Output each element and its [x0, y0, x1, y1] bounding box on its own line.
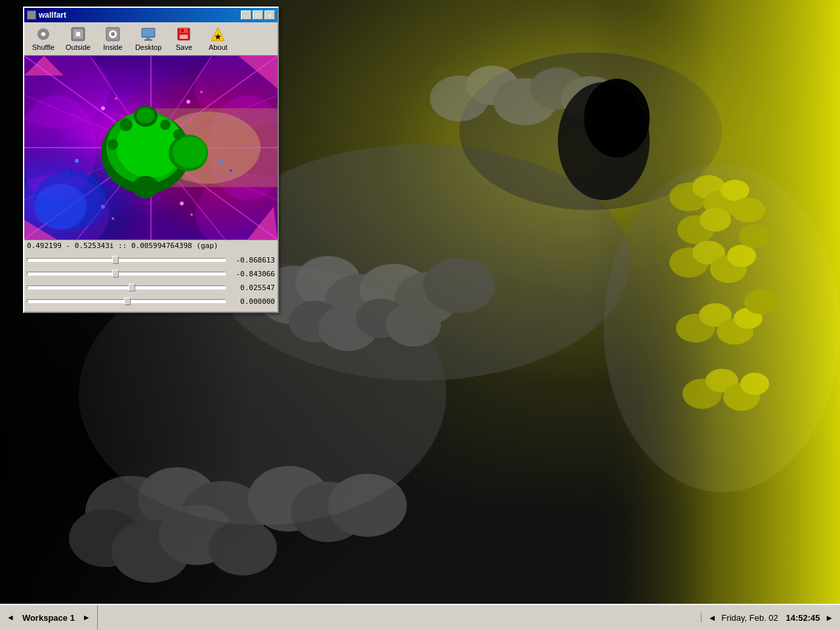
shuffle-icon — [35, 26, 51, 42]
svg-point-111 — [108, 139, 118, 150]
svg-point-124 — [190, 213, 193, 216]
about-icon: ★ — [210, 26, 226, 42]
save-icon — [176, 26, 192, 42]
svg-rect-70 — [180, 35, 188, 39]
slider-track-4[interactable] — [27, 299, 226, 303]
svg-point-13 — [423, 258, 495, 313]
separator: :: — [118, 242, 131, 250]
save-label: Save — [176, 43, 192, 51]
svg-point-34 — [739, 224, 770, 248]
svg-point-114 — [115, 97, 117, 100]
slider-row-3: 0.025547 — [27, 282, 275, 293]
slider-thumb-2[interactable] — [112, 270, 119, 278]
svg-point-120 — [230, 169, 232, 172]
svg-point-105 — [173, 136, 207, 168]
svg-point-117 — [75, 159, 79, 163]
gap-value: 0.005994764398 (gap) — [131, 242, 218, 250]
slider-thumb-3[interactable] — [129, 284, 135, 291]
svg-point-112 — [173, 129, 184, 140]
desktop-label: Desktop — [135, 43, 161, 51]
svg-point-123 — [180, 201, 184, 205]
next-workspace-button[interactable]: ► — [80, 612, 93, 623]
outside-button[interactable]: Outside — [61, 24, 95, 53]
titlebar-buttons: _ □ ✕ — [241, 10, 275, 20]
desktop-button[interactable]: Desktop — [131, 24, 166, 53]
fractal-preview[interactable] — [24, 56, 278, 240]
slider-track-1[interactable] — [27, 258, 226, 262]
svg-point-17 — [386, 303, 441, 346]
svg-point-110 — [160, 119, 171, 130]
svg-rect-65 — [144, 39, 152, 41]
about-label: About — [209, 43, 228, 51]
svg-text:★: ★ — [215, 33, 222, 41]
shuffle-label: Shuffle — [32, 43, 54, 51]
inside-label: Inside — [103, 43, 122, 51]
svg-point-62 — [111, 32, 115, 36]
svg-rect-66 — [142, 29, 154, 36]
inside-button[interactable]: Inside — [96, 24, 129, 53]
slider-thumb-1[interactable] — [112, 256, 119, 264]
preview-svg — [24, 56, 278, 240]
svg-point-53 — [328, 474, 407, 537]
slider-row-2: -0.843066 — [27, 268, 275, 280]
coords-value: 0.492199 - 0.525343i — [27, 242, 114, 250]
svg-point-29 — [731, 198, 765, 222]
svg-rect-69 — [181, 29, 184, 32]
taskbar-workspace-area: ◄ Workspace 1 ► — [0, 605, 98, 630]
save-button[interactable]: Save — [167, 24, 200, 53]
taskbar-prev-arrow[interactable]: ◄ — [708, 613, 717, 623]
workspace-label: Workspace 1 — [17, 613, 80, 623]
slider-row-4: 0.000000 — [27, 295, 275, 307]
taskbar: ◄ Workspace 1 ► ◄ Friday, Feb. 02 14:52:… — [0, 604, 840, 630]
slider-value-4: 0.000000 — [226, 297, 275, 306]
slider-value-1: -0.868613 — [226, 256, 275, 264]
status-bar: 0.492199 - 0.525343i :: 0.005994764398 (… — [24, 240, 278, 251]
taskbar-next-arrow[interactable]: ► — [825, 613, 833, 623]
time-display: 14:52:45 — [786, 613, 820, 623]
prev-workspace-button[interactable]: ◄ — [4, 612, 17, 623]
svg-point-115 — [186, 100, 190, 104]
minimize-button[interactable]: _ — [241, 10, 251, 20]
toolbar: Shuffle Outside Inside — [24, 22, 278, 56]
desktop-icon — [140, 26, 156, 42]
outside-icon — [70, 26, 86, 42]
svg-point-119 — [219, 159, 223, 163]
app-icon — [27, 10, 36, 20]
svg-point-50 — [209, 520, 277, 576]
slider-thumb-4[interactable] — [124, 297, 131, 305]
svg-point-113 — [101, 106, 105, 110]
outside-label: Outside — [66, 43, 91, 51]
taskbar-datetime: ◄ Friday, Feb. 02 14:52:45 ► — [701, 613, 840, 623]
svg-point-108 — [133, 176, 159, 198]
svg-point-39 — [744, 289, 778, 314]
svg-point-26 — [721, 180, 749, 201]
svg-point-126 — [34, 184, 87, 230]
about-button[interactable]: ★ About — [201, 24, 234, 53]
svg-point-109 — [119, 118, 133, 131]
svg-point-122 — [112, 217, 114, 220]
close-button[interactable]: ✕ — [264, 10, 275, 20]
svg-point-107 — [136, 108, 155, 123]
date-display: Friday, Feb. 02 — [721, 613, 778, 623]
svg-point-28 — [700, 208, 731, 232]
slider-value-3: 0.025547 — [226, 284, 275, 292]
svg-point-57 — [41, 32, 45, 36]
window-title: wallfart — [39, 10, 241, 20]
titlebar[interactable]: wallfart _ □ ✕ — [24, 8, 278, 22]
coordinates-display: 0.492199 - 0.525343i :: 0.005994764398 (… — [27, 242, 275, 250]
maximize-button[interactable]: □ — [253, 10, 263, 20]
slider-value-2: -0.843066 — [226, 270, 275, 278]
svg-point-33 — [727, 245, 756, 267]
slider-track-2[interactable] — [27, 272, 226, 276]
slider-track-3[interactable] — [27, 285, 226, 289]
slider-row-1: -0.868613 — [27, 254, 275, 266]
sliders-area: -0.868613 -0.843066 0.025547 0.000000 — [24, 251, 278, 312]
shuffle-button[interactable]: Shuffle — [27, 24, 60, 53]
inside-icon — [105, 26, 121, 42]
app-window: wallfart _ □ ✕ Shuffle — [23, 7, 279, 313]
svg-rect-64 — [146, 37, 150, 39]
svg-point-55 — [584, 79, 650, 158]
svg-point-43 — [740, 373, 769, 395]
svg-point-116 — [200, 91, 203, 93]
